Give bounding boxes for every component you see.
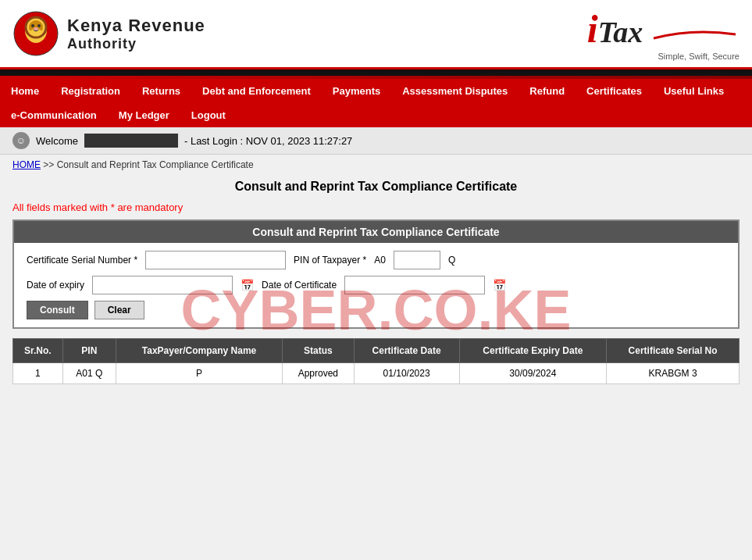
nav-item-certificates[interactable]: Certificates: [576, 79, 653, 103]
form-section: Consult and Reprint Tax Compliance Certi…: [12, 219, 740, 329]
nav-item-logout[interactable]: Logout: [180, 103, 237, 127]
welcome-label: Welcome: [36, 135, 78, 147]
table-body: 1A01 QPApproved01/10/202330/09/2024KRABG…: [13, 363, 740, 384]
nav-item-e-comm[interactable]: e-Communication: [0, 103, 108, 127]
table-cell: P: [116, 363, 282, 384]
user-icon: ☺: [12, 132, 30, 149]
org-logo: Kenya Revenue Authority: [12, 10, 205, 57]
nav-item-debt[interactable]: Debt and Enforcement: [191, 79, 322, 103]
nav-item-refund[interactable]: Refund: [519, 79, 576, 103]
table-cell: 30/09/2024: [459, 363, 607, 384]
table-header-cell: TaxPayer/Company Name: [116, 339, 282, 363]
mandatory-note: All fields marked with * are mandatory: [0, 198, 752, 219]
itax-tax-text: Tax: [598, 16, 643, 48]
consult-button[interactable]: Consult: [27, 301, 88, 319]
cert-serial-input[interactable]: [145, 251, 286, 269]
itax-swoosh-icon: [646, 27, 740, 42]
clear-button[interactable]: Clear: [94, 301, 144, 319]
welcome-bar: ☺ Welcome - Last Login : NOV 01, 2023 11…: [0, 127, 752, 155]
nav-row-1: HomeRegistrationReturnsDebt and Enforcem…: [0, 79, 752, 103]
results-table: Sr.No.PINTaxPayer/Company NameStatusCert…: [12, 338, 740, 384]
kra-name-line1: Kenya Revenue: [67, 16, 205, 36]
breadcrumb-home-link[interactable]: HOME: [12, 159, 41, 170]
cert-calendar-icon[interactable]: 📅: [493, 279, 506, 291]
nav-row-2-wrap: e-CommunicationMy LedgerLogout: [0, 103, 752, 127]
svg-point-5: [31, 24, 34, 27]
form-buttons: Consult Clear: [27, 301, 725, 319]
form-row-1: Certificate Serial Number * PIN of Taxpa…: [27, 251, 725, 269]
table-cell: Approved: [283, 363, 354, 384]
page-header: Kenya Revenue Authority iTax Simple, Swi…: [0, 0, 752, 70]
expiry-calendar-icon[interactable]: 📅: [241, 279, 254, 291]
nav-row-2: e-CommunicationMy LedgerLogout: [0, 103, 752, 127]
nav-item-registration[interactable]: Registration: [50, 79, 131, 103]
user-name-display: [84, 134, 178, 148]
svg-point-7: [34, 27, 38, 30]
last-login-text: - Last Login : NOV 01, 2023 11:27:27: [184, 135, 352, 147]
itax-i-letter: i: [587, 7, 598, 51]
table-header: Sr.No.PINTaxPayer/Company NameStatusCert…: [13, 339, 740, 363]
breadcrumb: HOME >> Consult and Reprint Tax Complian…: [0, 155, 752, 175]
date-expiry-input[interactable]: [92, 276, 233, 294]
form-body: Certificate Serial Number * PIN of Taxpa…: [14, 243, 738, 327]
form-row-2: Date of expiry 📅 Date of Certificate 📅: [27, 276, 725, 294]
svg-point-6: [37, 24, 41, 27]
pin-input[interactable]: [394, 251, 440, 269]
itax-tagline: Simple, Swift, Secure: [587, 52, 740, 61]
pin-label: PIN of Taxpayer *: [294, 255, 366, 266]
table-header-cell: Sr.No.: [13, 339, 63, 363]
date-cert-label: Date of Certificate: [262, 280, 337, 291]
kra-name-line2: Authority: [67, 36, 205, 52]
itax-logo: iTax Simple, Swift, Secure: [587, 6, 740, 61]
table-cell: 01/10/2023: [354, 363, 459, 384]
table-cell: 1: [13, 363, 63, 384]
table-header-cell: PIN: [62, 339, 116, 363]
table-cell: A01 Q: [62, 363, 116, 384]
kra-lion-icon: [12, 10, 59, 57]
kra-name: Kenya Revenue Authority: [67, 16, 205, 52]
table-cell: KRABGM 3: [607, 363, 740, 384]
form-section-title: Consult and Reprint Tax Compliance Certi…: [14, 221, 738, 243]
table-header-cell: Status: [283, 339, 354, 363]
nav-item-returns[interactable]: Returns: [131, 79, 191, 103]
pin-prefix: A0: [374, 255, 386, 266]
breadcrumb-current: Consult and Reprint Tax Compliance Certi…: [57, 159, 254, 170]
page-title: Consult and Reprint Tax Compliance Certi…: [0, 175, 752, 198]
nav-item-my-ledger[interactable]: My Ledger: [108, 103, 180, 127]
nav-item-home[interactable]: Home: [0, 79, 50, 103]
table-header-cell: Certificate Expiry Date: [459, 339, 607, 363]
table-row: 1A01 QPApproved01/10/202330/09/2024KRABG…: [13, 363, 740, 384]
breadcrumb-separator: >>: [43, 159, 54, 170]
table-header-cell: Certificate Date: [354, 339, 459, 363]
pin-suffix: Q: [448, 255, 455, 266]
date-expiry-label: Date of expiry: [27, 280, 84, 291]
cert-serial-label: Certificate Serial Number *: [27, 255, 137, 266]
date-cert-input[interactable]: [344, 276, 485, 294]
nav-item-useful-links[interactable]: Useful Links: [653, 79, 735, 103]
nav-item-assessment[interactable]: Assessment Disputes: [391, 79, 519, 103]
table-header-cell: Certificate Serial No: [607, 339, 740, 363]
decorative-bar: [0, 70, 752, 76]
nav-item-payments[interactable]: Payments: [322, 79, 391, 103]
main-content: CYBER.CO.KE Consult and Reprint Tax Comp…: [0, 219, 752, 400]
main-nav: HomeRegistrationReturnsDebt and Enforcem…: [0, 79, 752, 103]
